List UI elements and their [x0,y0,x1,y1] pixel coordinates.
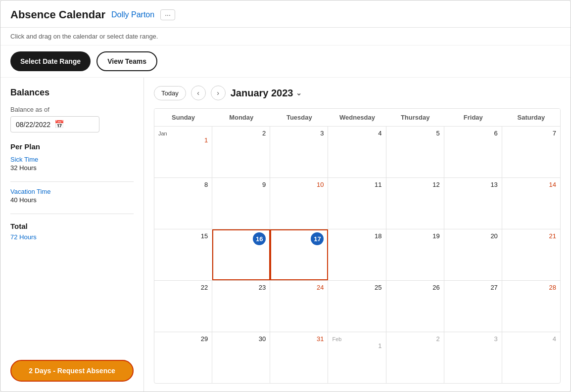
select-date-range-button[interactable]: Select Date Range [10,51,91,71]
next-month-button[interactable]: › [211,86,226,100]
prev-month-button[interactable]: ‹ [191,86,206,100]
user-name[interactable]: Dolly Parton [111,10,154,19]
cal-day-31: 31 [274,335,324,343]
plan-item-sick: Sick Time 32 Hours [10,156,134,172]
cal-cell-jan4[interactable]: 4 [328,127,386,177]
cal-day-29: 29 [158,335,208,343]
cal-cell-jan31[interactable]: 31 [270,332,328,383]
balance-date-value: 08/22/2022 [16,121,50,129]
month-title[interactable]: January 2023 ⌄ [231,87,302,99]
more-button[interactable]: ··· [160,9,175,20]
cal-day-7: 7 [506,130,556,137]
col-tuesday: Tuesday [270,109,328,126]
total-title: Total [10,222,134,230]
cal-cell-jan17[interactable]: 17 [270,229,328,280]
cal-cell-jan11[interactable]: 11 [328,178,386,229]
cal-day-feb2: 2 [390,335,440,343]
cal-day-14: 14 [506,181,556,188]
cal-cell-jan30[interactable]: 30 [212,332,270,383]
cal-cell-jan9[interactable]: 9 [212,178,270,229]
col-thursday: Thursday [386,109,444,126]
plan-name-vacation: Vacation Time [10,188,134,195]
plan-hours-vacation: 40 Hours [10,196,134,204]
cal-cell-jan5[interactable]: 5 [386,127,444,177]
cal-cell-jan13[interactable]: 13 [444,178,502,229]
cal-cell-jan2[interactable]: 2 [212,127,270,177]
col-saturday: Saturday [502,109,560,126]
cal-day-feb1: 1 [332,342,381,349]
cal-day-10: 10 [274,181,324,188]
cal-day-1: 1 [158,136,208,144]
month-title-text: January 2023 [231,87,293,99]
total-hours: 72 Hours [10,233,134,241]
cal-cell-jan26[interactable]: 26 [386,281,444,332]
cal-cell-jan14[interactable]: 14 [502,178,560,229]
cal-cell-jan21[interactable]: 21 [502,229,560,280]
cal-week-3: 15 16 17 18 19 20 21 [154,229,560,281]
cal-cell-jan23[interactable]: 23 [212,281,270,332]
cal-cell-jan20[interactable]: 20 [444,229,502,280]
cal-day-12: 12 [390,181,440,188]
cal-cell-jan27[interactable]: 27 [444,281,502,332]
cal-day-18: 18 [332,232,381,240]
cal-cell-jan1[interactable]: Jan 1 [154,127,212,177]
cal-cell-jan18[interactable]: 18 [328,229,386,280]
cal-day-22: 22 [158,284,208,291]
cal-cell-jan28[interactable]: 28 [502,281,560,332]
cal-cell-feb3[interactable]: 3 [444,332,502,383]
cal-day-5: 5 [390,130,440,137]
today-button[interactable]: Today [154,86,186,100]
cal-cell-feb1[interactable]: Feb 1 [328,332,386,383]
cal-day-21: 21 [506,232,556,240]
col-wednesday: Wednesday [328,109,386,126]
cal-cell-jan29[interactable]: 29 [154,332,212,383]
cal-cell-jan6[interactable]: 6 [444,127,502,177]
cal-cell-jan10[interactable]: 10 [270,178,328,229]
cal-week-2: 8 9 10 11 12 13 14 [154,178,560,229]
balance-date-input[interactable]: 08/22/2022 📅 [10,116,99,132]
cal-day-feb4: 4 [506,335,556,343]
cal-day-20: 20 [448,232,498,240]
cal-cell-jan24[interactable]: 24 [270,281,328,332]
main-content: Balances Balance as of 08/22/2022 📅 Per … [0,78,571,392]
plan-divider-1 [10,181,134,182]
app-container: Absence Calendar Dolly Parton ··· Click … [0,0,571,392]
toolbar: Select Date Range View Teams [0,45,571,78]
cal-cell-feb2[interactable]: 2 [386,332,444,383]
cal-cell-jan16[interactable]: 16 [212,229,270,280]
plan-divider-2 [10,214,134,214]
cal-day-24: 24 [274,284,324,291]
col-monday: Monday [212,109,270,126]
cal-cell-jan22[interactable]: 22 [154,281,212,332]
cal-cell-jan8[interactable]: 8 [154,178,212,229]
cal-day-17: 17 [311,232,324,245]
cal-cell-jan15[interactable]: 15 [154,229,212,280]
per-plan-title: Per Plan [10,142,134,151]
page-title: Absence Calendar [10,8,105,21]
cal-cell-jan25[interactable]: 25 [328,281,386,332]
feb-label: Feb [332,336,381,342]
cal-day-15: 15 [158,232,208,240]
view-teams-button[interactable]: View Teams [96,51,157,71]
cal-day-28: 28 [506,284,556,291]
balances-title: Balances [10,87,134,98]
cal-cell-jan12[interactable]: 12 [386,178,444,229]
header: Absence Calendar Dolly Parton ··· [0,0,571,28]
request-absence-button[interactable]: 2 Days - Request Absence [10,360,134,382]
cal-cell-jan7[interactable]: 7 [502,127,560,177]
cal-cell-jan19[interactable]: 19 [386,229,444,280]
cal-day-8: 8 [158,181,208,188]
cal-week-4: 22 23 24 25 26 27 28 [154,281,560,332]
sidebar: Balances Balance as of 08/22/2022 📅 Per … [0,78,144,392]
cal-day-23: 23 [216,284,266,291]
balance-as-of-label: Balance as of [10,106,134,113]
cal-day-13: 13 [448,181,498,188]
cal-cell-jan3[interactable]: 3 [270,127,328,177]
cal-day-2: 2 [216,130,266,137]
cal-day-11: 11 [332,181,381,188]
cal-week-1: Jan 1 2 3 4 5 6 7 [154,127,560,178]
plan-hours-sick: 32 Hours [10,164,134,172]
sidebar-footer: 2 Days - Request Absence [10,350,134,382]
cal-day-4: 4 [332,130,381,137]
cal-cell-feb4[interactable]: 4 [502,332,560,383]
